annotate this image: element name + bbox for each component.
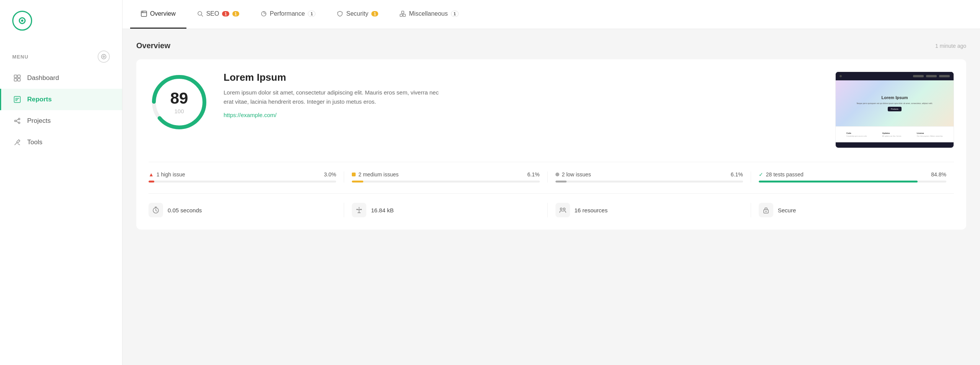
misc-tab-icon <box>400 11 406 17</box>
lock-icon <box>759 203 773 217</box>
issue-pct-low: 6.1% <box>731 171 743 178</box>
tab-seo[interactable]: SEO 1 1 <box>186 0 250 29</box>
thumb-footer-text-3: One time payment. lifetime ownership. <box>917 135 943 137</box>
tab-miscellaneous[interactable]: Miscellaneous 1 <box>389 0 469 29</box>
stats-row: 0.05 seconds 16.84 kB <box>149 193 954 217</box>
svg-point-11 <box>18 118 20 120</box>
issue-header-low: 2 low issues 6.1% <box>555 171 743 178</box>
sidebar-item-dashboard[interactable]: Dashboard <box>0 67 122 89</box>
thumb-inner: Lorem Ipsum Neque porro quisquam est qui… <box>836 72 954 148</box>
issue-bar-fill-passed <box>759 181 918 182</box>
seo-tab-icon <box>197 11 203 17</box>
stat-resources-label: 16 resources <box>575 207 608 213</box>
stat-col-secure: Secure <box>751 203 954 217</box>
performance-tab-icon <box>261 11 267 17</box>
security-tab-icon <box>337 11 343 17</box>
site-name: Lorem Ipsum <box>224 72 822 83</box>
issue-bar-track-medium <box>352 181 539 182</box>
tab-performance[interactable]: Performance 1 <box>250 0 327 29</box>
thumb-nav-link-2 <box>926 75 937 77</box>
svg-line-33 <box>156 210 157 211</box>
score-circle: 89 100 <box>149 72 210 133</box>
score-text: 89 100 <box>170 90 188 114</box>
svg-rect-17 <box>141 11 147 16</box>
thumb-footer: Code Completely open source code. Update… <box>836 126 954 142</box>
reports-label: Reports <box>27 96 52 103</box>
issue-pct-medium: 6.1% <box>528 171 540 178</box>
svg-rect-4 <box>14 78 17 81</box>
issue-pct-passed: 84.8% <box>931 171 946 178</box>
svg-line-21 <box>201 15 203 16</box>
svg-line-14 <box>16 121 18 122</box>
issue-bar-fill-high <box>149 181 154 182</box>
resources-svg <box>559 206 567 214</box>
pass-check-icon: ✓ <box>759 171 763 178</box>
site-url[interactable]: https://example.com/ <box>224 112 276 118</box>
issue-pct-high: 3.0% <box>324 171 336 178</box>
sidebar-item-projects[interactable]: Projects <box>0 110 122 132</box>
thumb-hero-title: Lorem Ipsum <box>881 95 908 100</box>
content-area: Overview 1 minute ago 89 100 <box>122 29 980 365</box>
thumb-nav <box>836 72 954 80</box>
issue-col-passed: ✓ 28 tests passed 84.8% <box>751 171 954 182</box>
tab-overview-label: Overview <box>150 10 176 17</box>
issue-label-passed: ✓ 28 tests passed <box>759 171 804 178</box>
overview-tab-icon <box>141 11 147 17</box>
thumb-footer-label-3: License <box>917 132 924 134</box>
svg-rect-27 <box>403 14 405 16</box>
svg-point-1 <box>103 56 105 57</box>
svg-rect-28 <box>402 11 404 13</box>
stat-col-size: 16.84 kB <box>344 203 547 217</box>
menu-icon-button[interactable] <box>98 51 110 63</box>
tab-performance-label: Performance <box>270 10 305 17</box>
issue-text-high: 1 high issue <box>157 171 185 178</box>
sidebar-item-tools[interactable]: Tools <box>0 132 122 153</box>
thumb-footer-col-2: Updates All updates are free, forever. <box>882 132 902 137</box>
projects-icon <box>13 117 21 125</box>
logo-dot <box>21 20 23 22</box>
stat-secure-label: Secure <box>778 207 796 213</box>
site-thumbnail: Lorem Ipsum Neque porro quisquam est qui… <box>835 72 954 148</box>
tab-misc-label: Miscellaneous <box>409 10 448 17</box>
timer-svg <box>152 206 160 214</box>
thumb-footer-label-1: Code <box>846 132 851 134</box>
thumb-hero: Lorem Ipsum Neque porro quisquam est qui… <box>836 80 954 126</box>
svg-line-25 <box>264 13 265 14</box>
svg-line-13 <box>16 119 18 121</box>
dashboard-label: Dashboard <box>27 74 59 82</box>
medium-square-icon <box>352 173 356 176</box>
seo-badge-1: 1 <box>222 11 229 16</box>
score-value: 89 <box>170 90 188 106</box>
svg-point-12 <box>18 122 20 124</box>
svg-line-15 <box>15 143 17 145</box>
logo-inner <box>19 17 26 24</box>
main-content: Overview SEO 1 1 Performance 1 <box>122 0 980 365</box>
overview-title: Overview <box>136 41 170 50</box>
tab-overview[interactable]: Overview <box>130 0 186 29</box>
stat-col-resources: 16 resources <box>547 203 751 217</box>
issue-col-low: 2 low issues 6.1% <box>547 171 751 182</box>
thumb-footer-col-1: Code Completely open source code. <box>846 132 867 137</box>
thumb-hero-text: Neque porro quisquam est qui dolore ipsu… <box>857 102 933 104</box>
overview-card: 89 100 Lorem Ipsum Lorem ipsum dolor sit… <box>136 59 966 230</box>
sidebar-item-reports[interactable]: Reports <box>0 89 122 110</box>
sidebar: MENU Dashboard Reports <box>0 0 122 365</box>
issue-bar-fill-medium <box>352 181 363 182</box>
tabs-bar: Overview SEO 1 1 Performance 1 <box>122 0 980 29</box>
thumb-nav-links <box>913 75 950 77</box>
stat-col-time: 0.05 seconds <box>149 203 344 217</box>
lock-svg <box>762 206 770 214</box>
timer-icon <box>149 203 163 217</box>
overview-timestamp: 1 minute ago <box>935 43 966 49</box>
issue-bar-track-high <box>149 181 336 182</box>
issue-bar-track-passed <box>759 181 946 182</box>
stat-size-label: 16.84 kB <box>371 207 394 213</box>
svg-point-40 <box>563 208 565 210</box>
issue-label-low: 2 low issues <box>555 171 591 178</box>
issue-bar-fill-low <box>555 181 567 182</box>
tools-label: Tools <box>27 139 42 146</box>
issue-col-medium: 2 medium issues 6.1% <box>344 171 547 182</box>
resources-icon <box>555 203 570 217</box>
tab-security[interactable]: Security 1 <box>326 0 389 29</box>
thumb-footer-text-2: All updates are free, forever. <box>882 135 902 137</box>
